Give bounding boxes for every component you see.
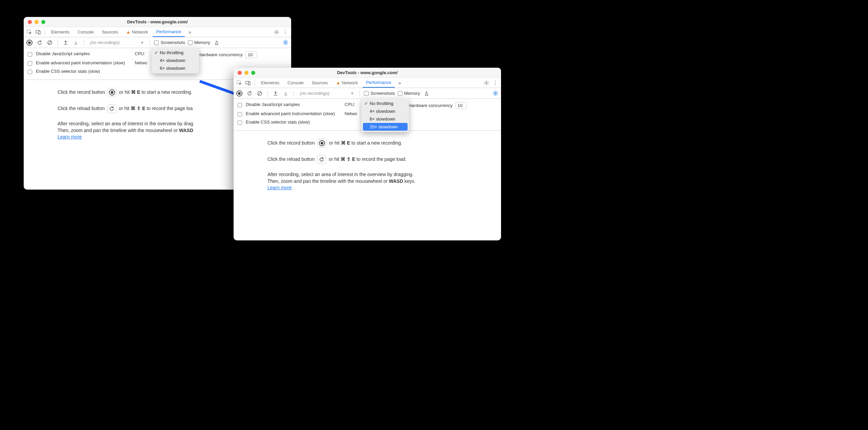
separator	[360, 90, 360, 96]
collect-garbage-icon[interactable]	[213, 39, 220, 46]
hardware-concurrency-label: Hardware concurrency	[198, 52, 243, 57]
empty-state-body: Click the record button or hit ⌘ E to st…	[234, 131, 501, 196]
settings-gear-icon[interactable]	[273, 28, 280, 36]
learn-more-link[interactable]: Learn more	[58, 134, 82, 139]
download-profile-icon[interactable]	[72, 39, 80, 46]
dropdown-item-no-throttling[interactable]: No throttling	[362, 100, 409, 107]
record-button[interactable]	[26, 39, 33, 46]
dropdown-item-4x[interactable]: 4× slowdown	[152, 57, 199, 64]
dropdown-item-20x[interactable]: 20× slowdown	[363, 123, 408, 131]
memory-checkbox[interactable]: Memory	[188, 40, 210, 45]
enable-css-selector-stats-checkbox[interactable]	[238, 121, 242, 125]
window-title: DevTools - www.google.com/	[24, 19, 291, 24]
capture-settings-gear-icon[interactable]	[492, 90, 499, 97]
main-tabbar: Elements Console Sources ▲Network Perfor…	[234, 78, 501, 88]
tab-performance[interactable]: Performance	[363, 78, 394, 88]
clear-button[interactable]	[46, 39, 53, 46]
caret-down-icon: ▾	[351, 91, 353, 96]
disable-js-samples-checkbox[interactable]	[28, 52, 32, 57]
svg-rect-15	[425, 95, 428, 95]
disable-js-samples-checkbox[interactable]	[238, 103, 242, 107]
svg-rect-2	[39, 31, 40, 34]
kebab-menu-icon[interactable]: ⋮	[492, 79, 499, 87]
more-tabs-icon[interactable]: »	[396, 79, 404, 87]
svg-point-12	[486, 82, 487, 84]
disable-js-samples-label: Disable JavaScript samples	[36, 51, 90, 57]
upload-profile-icon[interactable]	[62, 39, 69, 46]
cpu-throttle-dropdown: No throttling 4× slowdown 6× slowdown 20…	[362, 98, 409, 132]
dropdown-item-6x[interactable]: 6× slowdown	[152, 64, 199, 72]
reload-button[interactable]	[36, 39, 43, 46]
svg-line-14	[258, 92, 261, 95]
screenshots-checkbox[interactable]: Screenshots	[364, 91, 395, 96]
record-button[interactable]	[236, 90, 243, 97]
recordings-select[interactable]: (no recordings) ▾	[88, 40, 146, 45]
svg-rect-11	[248, 82, 250, 85]
enable-css-selector-stats-checkbox[interactable]	[28, 70, 32, 74]
recordings-select[interactable]: (no recordings) ▾	[298, 91, 355, 96]
separator	[150, 40, 150, 46]
caret-down-icon: ▾	[141, 40, 144, 45]
tab-elements[interactable]: Elements	[48, 27, 73, 37]
warning-icon: ▲	[336, 80, 341, 85]
separator	[45, 29, 45, 35]
separator	[84, 40, 84, 46]
main-tabbar: Elements Console Sources ▲Network Perfor…	[24, 27, 291, 37]
separator	[294, 90, 294, 96]
inspect-element-icon[interactable]	[26, 28, 33, 36]
learn-more-link[interactable]: Learn more	[267, 185, 292, 190]
network-throttle-label: Netwo	[135, 60, 147, 65]
performance-toolbar: (no recordings) ▾ Screenshots Memory	[234, 88, 501, 99]
device-toolbar-icon[interactable]	[35, 28, 42, 36]
more-tabs-icon[interactable]: »	[186, 28, 194, 36]
tab-console[interactable]: Console	[74, 27, 97, 37]
capture-settings-gear-icon[interactable]	[282, 39, 289, 46]
tab-performance[interactable]: Performance	[153, 27, 185, 37]
enable-css-selector-stats-label: Enable CSS selector stats (slow)	[246, 120, 310, 125]
dropdown-item-6x[interactable]: 6× slowdown	[362, 115, 409, 123]
screenshots-checkbox[interactable]: Screenshots	[154, 40, 185, 45]
hardware-concurrency-input[interactable]: 10	[455, 102, 467, 109]
dropdown-item-4x[interactable]: 4× slowdown	[362, 107, 409, 115]
disable-js-samples-label: Disable JavaScript samples	[246, 102, 300, 107]
inspect-element-icon[interactable]	[236, 79, 243, 87]
enable-paint-instrumentation-checkbox[interactable]	[28, 61, 32, 66]
cpu-throttle-label: CPU:	[135, 51, 145, 56]
enable-paint-instrumentation-label: Enable advanced paint instrumentation (s…	[246, 111, 335, 116]
reload-button-inline-icon	[317, 155, 326, 164]
kebab-menu-icon[interactable]: ⋮	[282, 28, 289, 36]
enable-css-selector-stats-label: Enable CSS selector stats (slow)	[36, 69, 100, 74]
hardware-concurrency-label: Hardware concurrency	[408, 103, 453, 108]
clear-button[interactable]	[256, 90, 263, 97]
separator	[255, 80, 255, 86]
device-toolbar-icon[interactable]	[244, 79, 252, 87]
upload-profile-icon[interactable]	[272, 90, 279, 97]
svg-line-5	[48, 41, 51, 44]
hardware-concurrency-input[interactable]: 10	[245, 51, 257, 58]
memory-checkbox[interactable]: Memory	[398, 91, 420, 96]
titlebar: DevTools - www.google.com/	[234, 68, 501, 78]
enable-paint-instrumentation-checkbox[interactable]	[238, 112, 242, 116]
tab-sources[interactable]: Sources	[99, 27, 122, 37]
network-throttle-label: Netwo	[345, 111, 357, 116]
reload-button[interactable]	[246, 90, 253, 97]
cpu-throttle-dropdown: No throttling 4× slowdown 6× slowdown	[152, 47, 199, 73]
tab-console[interactable]: Console	[284, 78, 307, 88]
cpu-throttle-label: CPU:	[345, 102, 355, 107]
tab-network[interactable]: ▲Network	[123, 27, 152, 37]
dropdown-item-no-throttling[interactable]: No throttling	[152, 49, 199, 57]
devtools-window-after: DevTools - www.google.com/ Elements Cons…	[234, 68, 501, 240]
tab-elements[interactable]: Elements	[258, 78, 283, 88]
settings-gear-icon[interactable]	[483, 79, 490, 87]
enable-paint-instrumentation-label: Enable advanced paint instrumentation (s…	[36, 60, 125, 66]
reload-button-inline-icon	[107, 104, 116, 113]
tab-network[interactable]: ▲Network	[333, 78, 362, 88]
tab-sources[interactable]: Sources	[308, 78, 331, 88]
warning-icon: ▲	[126, 29, 131, 35]
window-title: DevTools - www.google.com/	[234, 70, 501, 75]
collect-garbage-icon[interactable]	[423, 90, 430, 97]
record-button-inline-icon	[318, 139, 326, 148]
record-button-inline-icon	[108, 88, 116, 97]
svg-point-3	[276, 31, 277, 33]
download-profile-icon[interactable]	[282, 90, 289, 97]
